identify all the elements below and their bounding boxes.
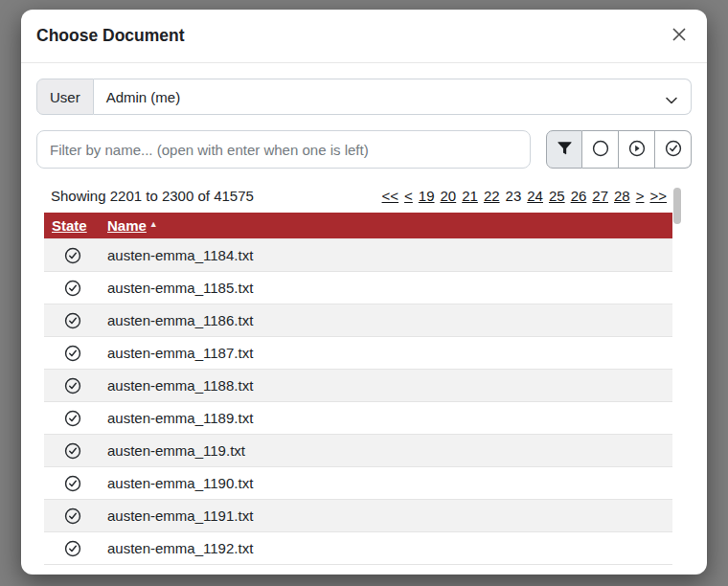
state-filter-button-group bbox=[546, 130, 692, 169]
user-select-value: Admin (me) bbox=[106, 89, 181, 105]
pagination-page-link[interactable]: 27 bbox=[592, 188, 608, 204]
scrollbar-thumb[interactable] bbox=[673, 188, 681, 224]
pagination-page-link[interactable]: 25 bbox=[549, 188, 565, 204]
pagination-page-link[interactable]: 22 bbox=[484, 188, 500, 204]
pagination-page-link[interactable]: 19 bbox=[419, 188, 435, 204]
document-name: austen-emma_1186.txt bbox=[102, 304, 672, 337]
document-row[interactable]: austen-emma_1189.txt bbox=[44, 402, 672, 435]
chevron-down-icon bbox=[665, 92, 678, 108]
document-row[interactable]: austen-emma_1184.txt bbox=[44, 239, 672, 272]
table-header-row: State Name▲ bbox=[44, 213, 672, 239]
column-header-state[interactable]: State bbox=[44, 213, 102, 239]
check-circle-icon bbox=[64, 539, 81, 555]
document-name: austen-emma_1190.txt bbox=[102, 467, 672, 500]
pagination-page-link[interactable]: 20 bbox=[441, 188, 457, 204]
document-name: austen-emma_1188.txt bbox=[102, 370, 672, 402]
user-select-group: User Admin (me) bbox=[36, 79, 692, 115]
check-circle-icon bbox=[64, 246, 81, 262]
document-table-body: austen-emma_1184.txt austen-emma_1185.tx… bbox=[44, 239, 672, 565]
check-circle-icon bbox=[64, 441, 81, 458]
pagination-links: <<<19202122232425262728>>> bbox=[382, 188, 667, 204]
filter-done-button[interactable] bbox=[655, 130, 692, 169]
pagination-page-link[interactable]: 24 bbox=[527, 188, 543, 204]
dialog-header: Choose Document bbox=[21, 10, 707, 63]
pagination-summary: Showing 2201 to 2300 of 41575 bbox=[51, 188, 254, 204]
document-name: austen-emma_1187.txt bbox=[102, 337, 672, 370]
check-circle-icon bbox=[64, 279, 81, 295]
document-state-cell bbox=[44, 304, 102, 337]
modal-backdrop: Choose Document User Admin (me) bbox=[0, 0, 728, 586]
document-state-cell bbox=[44, 500, 102, 532]
sort-asc-icon: ▲ bbox=[149, 219, 158, 229]
check-circle-icon bbox=[64, 474, 81, 490]
pagination-page-link[interactable]: 26 bbox=[571, 188, 587, 204]
pagination-page-link[interactable]: 21 bbox=[462, 188, 478, 204]
check-circle-icon bbox=[64, 507, 81, 523]
document-row[interactable]: austen-emma_1188.txt bbox=[44, 370, 672, 402]
document-state-cell bbox=[44, 272, 102, 304]
pagination-page-link[interactable]: < bbox=[404, 188, 413, 204]
document-row[interactable]: austen-emma_1185.txt bbox=[44, 272, 672, 304]
document-state-cell bbox=[44, 435, 102, 467]
document-table: State Name▲ austen-emma_1184.txt bbox=[44, 213, 672, 565]
document-list-scroll-area[interactable]: Showing 2201 to 2300 of 41575 <<<1920212… bbox=[44, 180, 684, 565]
check-circle-icon bbox=[64, 344, 81, 360]
filter-row bbox=[36, 130, 692, 169]
document-state-cell bbox=[44, 402, 102, 435]
document-row[interactable]: austen-emma_1187.txt bbox=[44, 337, 672, 370]
pagination-page-link[interactable]: > bbox=[636, 188, 645, 204]
pagination-current-page: 23 bbox=[506, 188, 522, 204]
filter-unstarted-button[interactable] bbox=[582, 130, 619, 169]
close-icon bbox=[670, 25, 689, 47]
filter-in-progress-button[interactable] bbox=[619, 130, 655, 169]
column-header-name[interactable]: Name▲ bbox=[102, 213, 672, 239]
filter-input[interactable] bbox=[36, 130, 531, 169]
funnel-icon bbox=[557, 140, 573, 159]
pagination-page-link[interactable]: << bbox=[382, 188, 399, 204]
filter-all-button[interactable] bbox=[546, 130, 582, 169]
document-state-cell bbox=[44, 337, 102, 370]
pagination-page-link[interactable]: >> bbox=[649, 188, 667, 204]
pagination-row: Showing 2201 to 2300 of 41575 <<<1920212… bbox=[44, 180, 684, 213]
document-name: austen-emma_1185.txt bbox=[102, 272, 672, 304]
document-row[interactable]: austen-emma_1186.txt bbox=[44, 304, 672, 337]
document-row[interactable]: austen-emma_1190.txt bbox=[44, 467, 672, 500]
document-row[interactable]: austen-emma_1191.txt bbox=[44, 500, 672, 532]
document-row[interactable]: austen-emma_1192.txt bbox=[44, 532, 672, 565]
document-row[interactable]: austen-emma_119.txt bbox=[44, 435, 672, 467]
dialog-body: User Admin (me) bbox=[21, 63, 707, 565]
document-state-cell bbox=[44, 370, 102, 402]
user-select[interactable]: Admin (me) bbox=[94, 79, 692, 115]
pagination-page-link[interactable]: 28 bbox=[614, 188, 630, 204]
document-name: austen-emma_119.txt bbox=[102, 435, 672, 467]
check-circle-icon bbox=[64, 409, 81, 425]
play-circle-icon bbox=[628, 140, 646, 160]
document-state-cell bbox=[44, 532, 102, 565]
document-name: austen-emma_1184.txt bbox=[102, 239, 672, 272]
document-state-cell bbox=[44, 239, 102, 272]
choose-document-dialog: Choose Document User Admin (me) bbox=[21, 10, 707, 575]
dialog-title: Choose Document bbox=[36, 26, 185, 46]
check-circle-icon bbox=[64, 311, 81, 327]
user-label: User bbox=[36, 79, 94, 115]
check-circle-icon bbox=[64, 376, 81, 393]
circle-icon bbox=[592, 140, 609, 160]
document-name: austen-emma_1191.txt bbox=[102, 500, 672, 532]
close-button[interactable] bbox=[667, 24, 692, 49]
check-circle-icon bbox=[665, 140, 682, 160]
document-state-cell bbox=[44, 467, 102, 500]
document-name: austen-emma_1192.txt bbox=[102, 532, 672, 565]
document-name: austen-emma_1189.txt bbox=[102, 402, 672, 435]
